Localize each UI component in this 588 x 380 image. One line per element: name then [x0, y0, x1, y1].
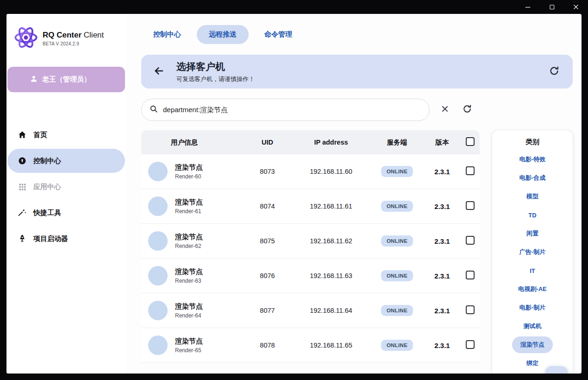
avatar — [148, 301, 168, 320]
sidebar-item-home[interactable]: 首页 — [7, 123, 125, 147]
client-name: 渲染节点 — [175, 302, 203, 311]
avatar — [148, 336, 168, 355]
sidebar-item-control-center[interactable]: 控制中心 — [7, 149, 125, 173]
category-item-test-machine[interactable]: 测试机 — [492, 317, 573, 336]
table-row[interactable]: 渲染节点Render-63 8076 192.168.11.63 ONLINE … — [141, 259, 480, 293]
table-row[interactable]: 渲染节点Render-64 8077 192.168.11.64 ONLINE … — [141, 293, 480, 328]
client-hostname: Render-62 — [175, 243, 203, 249]
client-hostname: Render-60 — [175, 173, 203, 180]
tab-remote-push[interactable]: 远程推送 — [197, 25, 249, 44]
client-table: 用户信息 UID IP address 服务端 版本 渲染节点Render-60… — [141, 130, 480, 363]
table-row[interactable]: 渲染节点Render-65 8078 192.168.11.65 ONLINE … — [141, 328, 480, 363]
client-version: 2.3.1 — [424, 307, 461, 315]
select-all-checkbox[interactable] — [466, 137, 475, 146]
category-item-movie-production[interactable]: 电影-制片 — [492, 298, 573, 317]
client-hostname: Render-65 — [175, 347, 203, 354]
category-panel: 类别 电影-特效 电影-合成 模型 TD 闲置 广告-制片 IT 电视剧-AE … — [492, 130, 573, 374]
user-badge[interactable]: 老王（管理员） — [7, 67, 125, 92]
category-item-model[interactable]: 模型 — [492, 187, 573, 206]
row-checkbox[interactable] — [466, 271, 475, 279]
maximize-icon[interactable] — [544, 1, 560, 13]
status-badge: ONLINE — [381, 305, 413, 316]
client-version: 2.3.1 — [424, 168, 461, 176]
row-checkbox[interactable] — [466, 340, 475, 349]
main-area: 控制中心 远程推送 命令管理 选择客户机 可复选客户机，请谨慎操作！ — [126, 14, 582, 374]
sidebar-item-label: 首页 — [33, 131, 47, 139]
search-input[interactable] — [163, 106, 423, 114]
client-ip: 192.168.11.65 — [292, 342, 370, 349]
client-uid: 8073 — [243, 168, 292, 175]
tab-command-management[interactable]: 命令管理 — [252, 25, 304, 44]
avatar — [148, 162, 168, 181]
table-row[interactable]: 渲染节点Render-61 8074 192.168.11.61 ONLINE … — [141, 189, 480, 224]
client-uid: 8077 — [243, 307, 292, 314]
sidebar-item-app-center[interactable]: 应用中心 — [7, 175, 125, 199]
category-item-movie-comp[interactable]: 电影-合成 — [492, 169, 573, 187]
add-category-button[interactable]: + — [545, 366, 568, 374]
client-hostname: Render-63 — [175, 278, 203, 284]
page-title: 选择客户机 — [176, 60, 255, 73]
category-item-idle[interactable]: 闲置 — [492, 224, 573, 243]
category-item-ad-production[interactable]: 广告-制片 — [492, 243, 573, 261]
client-hostname: Render-64 — [175, 312, 203, 319]
client-ip: 192.168.11.60 — [292, 168, 370, 175]
client-version: 2.3.1 — [424, 203, 461, 210]
client-ip: 192.168.11.63 — [292, 272, 370, 279]
client-uid: 8074 — [243, 203, 292, 210]
column-header-uid: UID — [243, 139, 292, 146]
category-item-td[interactable]: TD — [492, 206, 573, 224]
status-badge: ONLINE — [381, 166, 413, 177]
clear-icon — [440, 104, 450, 115]
home-icon — [18, 130, 27, 139]
content-area: 用户信息 UID IP address 服务端 版本 渲染节点Render-60… — [141, 130, 573, 374]
refresh-button[interactable] — [549, 65, 560, 78]
client-name: 渲染节点 — [175, 198, 203, 207]
back-button[interactable] — [141, 65, 176, 79]
row-checkbox[interactable] — [466, 305, 475, 314]
avatar — [148, 231, 168, 251]
top-tab-bar: 控制中心 远程推送 命令管理 — [141, 14, 573, 55]
control-center-icon — [18, 156, 27, 165]
client-uid: 8075 — [243, 237, 292, 245]
column-header-user-info: 用户信息 — [141, 138, 243, 147]
minimize-icon[interactable] — [519, 1, 536, 13]
client-ip: 192.168.11.62 — [292, 237, 370, 245]
category-item-render-node[interactable]: 渲染节点 — [492, 336, 573, 354]
plus-icon: + — [553, 370, 560, 374]
apps-grid-icon — [18, 182, 27, 191]
client-version: 2.3.1 — [424, 342, 461, 349]
table-header-row: 用户信息 UID IP address 服务端 版本 — [141, 130, 480, 154]
row-checkbox[interactable] — [466, 166, 475, 175]
search-refresh-button[interactable] — [459, 102, 475, 118]
sidebar-item-project-launcher[interactable]: 项目启动器 — [7, 227, 125, 251]
client-ip: 192.168.11.64 — [292, 307, 370, 314]
category-item-movie-vfx[interactable]: 电影-特效 — [492, 150, 573, 169]
table-row[interactable]: 渲染节点Render-60 8073 192.168.11.60 ONLINE … — [141, 154, 480, 189]
person-icon — [30, 75, 38, 85]
sidebar-nav: 首页 控制中心 应用中心 — [6, 123, 126, 251]
search-row — [141, 99, 573, 121]
page-header-banner: 选择客户机 可复选客户机，请谨慎操作！ — [141, 55, 573, 89]
user-name-label: 老王（管理员） — [42, 75, 91, 84]
avatar — [148, 196, 168, 216]
client-version: 2.3.1 — [424, 272, 461, 280]
app-version: BETA V 2024.2.9 — [43, 41, 104, 46]
refresh-icon — [462, 104, 472, 116]
category-item-it[interactable]: IT — [492, 261, 573, 280]
app-window: RQ Center Client BETA V 2024.2.9 老王（管理员）… — [6, 14, 582, 374]
back-arrow-icon — [153, 65, 165, 79]
row-checkbox[interactable] — [466, 236, 475, 245]
client-name: 渲染节点 — [175, 163, 203, 172]
search-box[interactable] — [141, 99, 430, 121]
page-subtitle: 可复选客户机，请谨慎操作！ — [176, 75, 255, 83]
status-badge: ONLINE — [381, 235, 413, 247]
column-header-ip: IP address — [292, 139, 370, 146]
column-header-server: 服务端 — [370, 138, 424, 147]
sidebar-item-quick-tools[interactable]: 快捷工具 — [7, 201, 125, 225]
tab-control-center[interactable]: 控制中心 — [141, 25, 193, 44]
close-icon[interactable] — [568, 1, 584, 13]
category-item-tv-ae[interactable]: 电视剧-AE — [492, 280, 573, 298]
clear-search-button[interactable] — [437, 102, 453, 118]
table-row[interactable]: 渲染节点Render-62 8075 192.168.11.62 ONLINE … — [141, 224, 480, 259]
row-checkbox[interactable] — [466, 201, 475, 210]
